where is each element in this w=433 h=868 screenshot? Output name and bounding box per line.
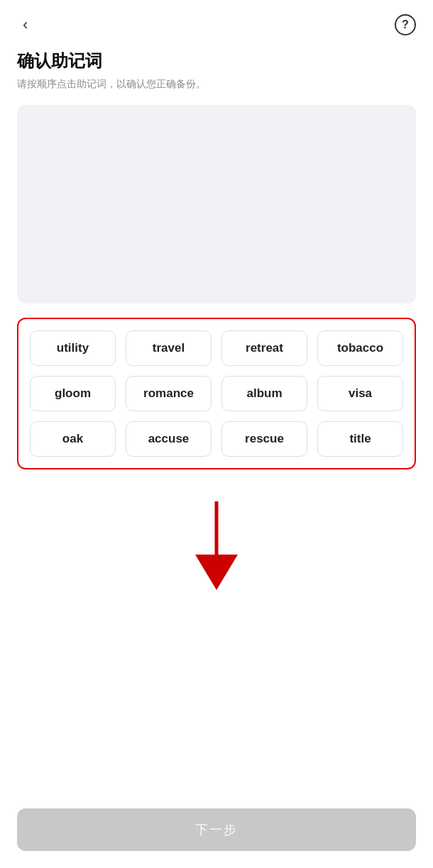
down-arrow-icon (188, 501, 245, 594)
word-chip-oak[interactable]: oak (30, 421, 116, 457)
word-chip-gloom[interactable]: gloom (30, 376, 116, 411)
word-chips-container: utilitytravelretreattobaccogloomromancea… (17, 318, 416, 469)
word-chip-tobacco[interactable]: tobacco (317, 330, 403, 366)
word-chip-retreat[interactable]: retreat (221, 330, 307, 366)
svg-marker-1 (195, 555, 238, 590)
next-button-area: 下一步 (0, 808, 433, 868)
header: ‹ ? (0, 0, 433, 43)
word-grid: utilitytravelretreattobaccogloomromancea… (30, 330, 403, 457)
word-chip-album[interactable]: album (221, 376, 307, 411)
help-button[interactable]: ? (395, 14, 416, 35)
arrow-area (17, 491, 416, 604)
selected-words-area (17, 105, 416, 304)
word-chip-rescue[interactable]: rescue (221, 421, 307, 457)
page-content: 确认助记词 请按顺序点击助记词，以确认您正确备份。 utilitytravelr… (0, 43, 433, 604)
word-chip-title[interactable]: title (317, 421, 403, 457)
page-subtitle: 请按顺序点击助记词，以确认您正确备份。 (17, 78, 416, 91)
next-button[interactable]: 下一步 (17, 808, 416, 851)
word-chip-utility[interactable]: utility (30, 330, 116, 366)
word-chip-accuse[interactable]: accuse (126, 421, 212, 457)
back-button[interactable]: ‹ (17, 14, 33, 35)
word-chip-romance[interactable]: romance (126, 376, 212, 411)
word-chip-travel[interactable]: travel (126, 330, 212, 366)
page-title: 确认助记词 (17, 50, 416, 72)
word-chip-visa[interactable]: visa (317, 376, 403, 411)
